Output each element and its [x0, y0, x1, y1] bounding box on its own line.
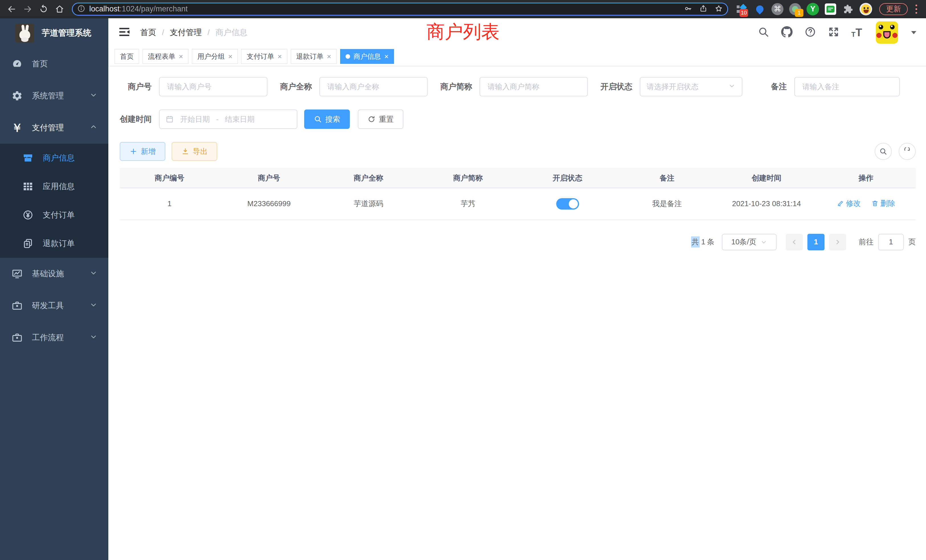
edit-button[interactable]: 修改	[837, 198, 861, 209]
close-icon[interactable]: ×	[228, 53, 232, 60]
font-size-icon[interactable]	[851, 27, 862, 38]
col-status: 开启状态	[518, 168, 617, 188]
info-icon[interactable]	[77, 5, 85, 14]
goto-page-input[interactable]	[878, 234, 904, 250]
short-name-input[interactable]	[480, 77, 588, 96]
download-icon	[181, 147, 189, 155]
extension-icon-blue-kite[interactable]	[753, 3, 766, 16]
sidebar-toggle-icon[interactable]	[118, 26, 130, 39]
remark-input[interactable]	[794, 77, 900, 96]
tab-flow-form[interactable]: 流程表单×	[142, 49, 188, 64]
browser-menu-icon[interactable]	[914, 5, 919, 14]
full-name-label: 商户全称	[280, 81, 319, 92]
close-icon[interactable]: ×	[384, 53, 389, 60]
password-key-icon[interactable]	[684, 5, 692, 14]
pagination: 共1条 10条/页 1 前往 页	[120, 234, 916, 250]
extensions-puzzle-icon[interactable]	[841, 3, 855, 16]
sidebar-item-system[interactable]: 系统管理	[0, 80, 108, 112]
remark-label: 备注	[755, 81, 794, 92]
breadcrumb-home[interactable]: 首页	[140, 27, 156, 38]
sidebar-item-app-info[interactable]: 应用信息	[0, 172, 108, 201]
tab-merchant-info[interactable]: 商户信息×	[340, 49, 394, 64]
full-name-input[interactable]	[319, 77, 428, 96]
add-button[interactable]: 新增	[120, 142, 165, 161]
profile-avatar[interactable]	[859, 3, 872, 16]
sidebar-item-pay[interactable]: 支付管理	[0, 112, 108, 144]
app-logo[interactable]: 芋道管理系统	[0, 18, 108, 48]
url-text: localhost:1024/pay/merchant	[89, 5, 188, 14]
home-icon[interactable]	[53, 3, 66, 16]
toggle-search-icon[interactable]	[875, 143, 892, 160]
page-size-select[interactable]: 10条/页	[722, 234, 776, 250]
status-switch[interactable]	[556, 198, 579, 210]
sidebar-item-merchant-info[interactable]: 商户信息	[0, 144, 108, 172]
gear-icon	[11, 89, 23, 102]
delete-button[interactable]: 删除	[871, 198, 895, 209]
extension-icon-y[interactable]: Y	[806, 3, 819, 16]
sidebar-item-pay-order[interactable]: 支付订单	[0, 201, 108, 229]
sidebar-item-label: 支付管理	[32, 122, 64, 133]
sidebar-item-refund-order[interactable]: 退款订单	[0, 229, 108, 258]
annotation-title: 商户列表	[427, 20, 499, 44]
briefcase-icon	[11, 331, 23, 344]
tab-home[interactable]: 首页	[115, 49, 139, 64]
close-icon[interactable]: ×	[179, 53, 183, 60]
export-button[interactable]: 导出	[172, 142, 217, 161]
extension-icon-green-dot[interactable]: 1	[788, 3, 802, 16]
address-bar[interactable]: localhost:1024/pay/merchant	[72, 3, 728, 16]
merchant-table: 商户编号 商户号 商户全称 商户简称 开启状态 备注 创建时间 操作 1	[120, 168, 916, 220]
monitor-chart-icon	[11, 268, 23, 280]
user-avatar[interactable]	[876, 21, 898, 44]
sidebar-item-label: 研发工具	[32, 300, 64, 311]
create-time-label: 创建时间	[120, 114, 159, 125]
fullscreen-icon[interactable]	[828, 26, 839, 39]
bookmark-star-icon[interactable]	[715, 5, 723, 14]
sidebar-item-workflow[interactable]: 工作流程	[0, 322, 108, 354]
avatar-caret-icon[interactable]	[911, 31, 916, 34]
page-number-1[interactable]: 1	[807, 234, 825, 250]
create-time-range-input[interactable]: 开始日期 - 结束日期	[159, 109, 297, 129]
chevron-up-icon	[89, 123, 97, 133]
page: localhost:1024/pay/merchant 10 1 Y	[0, 0, 926, 560]
reset-button[interactable]: 重置	[358, 109, 403, 129]
breadcrumb-parent[interactable]: 支付管理	[170, 27, 202, 38]
back-icon[interactable]	[5, 3, 18, 16]
tab-user-group[interactable]: 用户分组×	[192, 49, 238, 64]
sidebar-item-label: 商户信息	[43, 153, 75, 163]
extension-icon-chat[interactable]	[824, 3, 837, 16]
help-icon[interactable]	[805, 26, 816, 39]
merchant-no-input[interactable]	[159, 77, 268, 96]
search-icon[interactable]	[758, 26, 769, 39]
edit-icon	[837, 200, 844, 207]
extension-badge: 10	[740, 9, 748, 17]
sidebar-item-infrastructure[interactable]: 基础设施	[0, 258, 108, 290]
next-page-button[interactable]	[829, 234, 846, 250]
forward-icon[interactable]	[21, 3, 34, 16]
chevron-right-icon	[834, 238, 841, 246]
close-icon[interactable]: ×	[277, 53, 282, 60]
extension-icon-command[interactable]	[771, 3, 784, 16]
prev-page-button[interactable]	[786, 234, 803, 250]
cell-merchant-no: M233666999	[219, 188, 319, 220]
calendar-icon	[165, 115, 174, 123]
tab-refund-order[interactable]: 退款订单×	[291, 49, 337, 64]
reload-icon[interactable]	[37, 3, 50, 16]
yen-circle-icon	[22, 209, 34, 221]
sidebar-item-dev-tools[interactable]: 研发工具	[0, 290, 108, 322]
github-icon[interactable]	[781, 26, 793, 39]
chevron-down-icon	[89, 333, 97, 343]
search-button[interactable]: 搜索	[304, 109, 350, 129]
share-icon[interactable]	[699, 5, 707, 14]
short-name-label: 商户简称	[440, 81, 480, 92]
browser-update-button[interactable]: 更新	[879, 3, 908, 15]
page-unit-label: 页	[908, 237, 916, 247]
close-icon[interactable]: ×	[327, 53, 331, 60]
sidebar-item-label: 应用信息	[43, 181, 75, 192]
status-select[interactable]: 请选择开启状态	[640, 77, 742, 96]
sidebar-item-home[interactable]: 首页	[0, 48, 108, 80]
plus-icon	[129, 147, 138, 155]
extension-icon-blue-diamond[interactable]: 10	[735, 3, 749, 16]
tab-pay-order[interactable]: 支付订单×	[241, 49, 287, 64]
col-merchant-no: 商户号	[219, 168, 319, 188]
refresh-table-icon[interactable]	[899, 143, 916, 160]
